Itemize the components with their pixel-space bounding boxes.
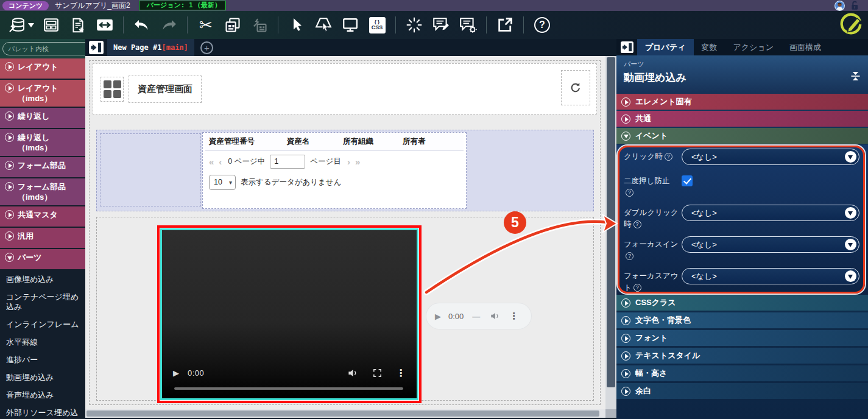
help-icon[interactable]: ? [633, 220, 641, 228]
last-page-icon[interactable]: » [355, 157, 360, 167]
palette-category-layout-imds[interactable]: レイアウト（imds） [0, 80, 85, 107]
prev-page-icon[interactable]: ‹ [219, 157, 222, 167]
page-number-input[interactable] [270, 155, 305, 169]
cut-button[interactable]: ✂ [196, 15, 216, 35]
onfocusout-action-select[interactable]: <なし> [682, 268, 859, 284]
collapse-icon [5, 253, 14, 262]
resize-width-button[interactable] [94, 15, 115, 35]
copy-button[interactable] [222, 15, 243, 35]
palette-item-video-embed[interactable]: 動画埋め込み [0, 368, 85, 386]
play-icon[interactable]: ▶ [435, 312, 441, 321]
palette-item-horizontal-rule[interactable]: 水平罫線 [0, 333, 85, 351]
design-canvas[interactable]: 資産管理画面 資産管理番号 資産名 所有組織 所有者 « ‹ 0 ページ中 [85, 56, 605, 409]
palette-category-repeat[interactable]: 繰り返し [0, 108, 85, 128]
palette-item-external-resource-container[interactable]: 外部リソース埋め込みコンテナ [0, 404, 85, 419]
section-css-class[interactable]: CSSクラス [616, 295, 868, 311]
fullscreen-icon[interactable] [372, 368, 383, 378]
canvas-horizontal-scrollbar[interactable] [85, 409, 605, 418]
tab-screen-structure[interactable]: 画面構成 [782, 39, 829, 55]
palette-category-common-master[interactable]: 共通マスタ [0, 206, 85, 227]
element-select-tool-button[interactable] [313, 15, 334, 35]
video-controls: ▶ 0:00 ⋮ [162, 364, 417, 381]
double-press-prevention-checkbox[interactable] [682, 175, 693, 186]
volume-icon[interactable] [490, 311, 501, 322]
palette-category-form-parts[interactable]: フォーム部品 [0, 157, 85, 177]
canvas-empty-cell[interactable] [100, 133, 201, 206]
section-events[interactable]: イベント [616, 128, 868, 144]
palette-item-image-embed[interactable]: 画像埋め込み [0, 270, 85, 288]
chevron-down-icon [845, 270, 856, 282]
section-text-style[interactable]: テキストスタイル [616, 348, 868, 364]
redo-button[interactable] [158, 15, 179, 35]
palette-category-general[interactable]: 汎用 [0, 228, 85, 248]
canvas-vertical-scrollbar[interactable] [605, 56, 616, 409]
page-list-icon[interactable] [89, 41, 104, 54]
canvas-table-section[interactable]: 資産管理番号 資産名 所有組織 所有者 « ‹ 0 ページ中 ページ目 › » [96, 130, 594, 211]
tab-properties[interactable]: プロパティ [637, 39, 694, 55]
paste-button[interactable] [249, 15, 270, 35]
section-font[interactable]: フォント [616, 330, 868, 346]
collapse-all-icon[interactable] [850, 71, 861, 83]
tab-actions[interactable]: アクション [725, 39, 782, 55]
comment-edit-button[interactable] [431, 15, 451, 35]
first-page-icon[interactable]: « [209, 157, 214, 167]
video-progress-bar[interactable] [174, 387, 403, 390]
column-header[interactable]: 資産名 [287, 136, 343, 147]
onfocusin-action-select[interactable]: <なし> [682, 236, 859, 253]
asset-table[interactable]: 資産管理番号 資産名 所有組織 所有者 « ‹ 0 ページ中 ページ目 › » [202, 132, 467, 209]
page-size-select[interactable]: 10 ▾ [209, 175, 236, 190]
panel-toggle-icon[interactable] [621, 41, 633, 53]
help-icon[interactable]: ? [626, 189, 633, 197]
data-source-dropdown-caret[interactable] [27, 15, 35, 35]
comment-settings-button[interactable] [457, 15, 478, 35]
chevron-down-icon [845, 151, 856, 163]
page-tab[interactable]: New Page #1[main] [107, 39, 194, 56]
palette-search-input[interactable] [8, 45, 94, 52]
help-icon[interactable]: ? [626, 252, 633, 260]
edit-mode-indicator[interactable] [839, 12, 863, 39]
menu-grid-icon[interactable] [101, 77, 124, 102]
palette-category-layout[interactable]: レイアウト [0, 58, 85, 79]
palette-item-container-page-embed[interactable]: コンテナページ埋め込み [0, 288, 85, 315]
palette-category-repeat-imds[interactable]: 繰り返し（imds） [0, 129, 85, 156]
burst-icon-button[interactable] [404, 15, 425, 35]
tab-variables[interactable]: 変数 [694, 39, 725, 55]
export-document-button[interactable] [68, 15, 88, 35]
video-player[interactable]: ▶ 0:00 ⋮ [160, 228, 418, 400]
next-page-icon[interactable]: › [347, 157, 350, 167]
help-icon[interactable]: ? [665, 153, 672, 161]
play-icon[interactable]: ▶ [173, 368, 179, 378]
section-element-specific[interactable]: エレメント固有 [616, 94, 868, 110]
section-common[interactable]: 共通 [616, 111, 868, 127]
column-header[interactable]: 所有組織 [343, 136, 403, 147]
onclick-action-select[interactable]: <なし> [682, 149, 859, 165]
section-width-height[interactable]: 幅・高さ [616, 365, 868, 381]
palette-category-parts[interactable]: パーツ [0, 249, 85, 269]
palette-category-form-parts-imds[interactable]: フォーム部品（imds） [0, 178, 85, 205]
section-margin[interactable]: 余白 [616, 383, 868, 399]
palette-item-progress-bar[interactable]: 進捗バー [0, 351, 85, 368]
add-page-button[interactable]: + [200, 41, 213, 54]
audio-player[interactable]: ▶ 0:00 — ⋮ [426, 303, 531, 329]
volume-icon[interactable] [347, 367, 359, 379]
open-external-button[interactable] [495, 15, 515, 35]
pointer-tool-button[interactable] [286, 15, 307, 35]
palette-item-audio-embed[interactable]: 音声埋め込み [0, 386, 85, 404]
form-layout-button[interactable] [41, 15, 62, 35]
column-header[interactable]: 所有者 [403, 136, 461, 147]
help-icon[interactable]: ? [633, 284, 641, 292]
help-button[interactable]: ? [532, 15, 552, 35]
data-source-button[interactable] [7, 15, 28, 35]
column-header[interactable]: 資産管理番号 [205, 136, 287, 147]
undo-button[interactable] [132, 15, 152, 35]
section-text-background-color[interactable]: 文字色・背景色 [616, 312, 868, 328]
ondblclick-action-select[interactable]: <なし> [682, 205, 859, 221]
canvas-page-title[interactable]: 資産管理画面 [129, 76, 202, 103]
preview-monitor-button[interactable] [340, 15, 361, 35]
palette-item-inline-frame[interactable]: インラインフレーム [0, 315, 85, 333]
refresh-button[interactable] [561, 70, 590, 105]
css-editor-button[interactable]: { }CSS [367, 15, 387, 35]
canvas-header-block[interactable]: 資産管理画面 [93, 63, 597, 114]
overflow-menu-icon[interactable]: ⋮ [509, 311, 518, 322]
overflow-menu-icon[interactable]: ⋮ [396, 367, 406, 379]
